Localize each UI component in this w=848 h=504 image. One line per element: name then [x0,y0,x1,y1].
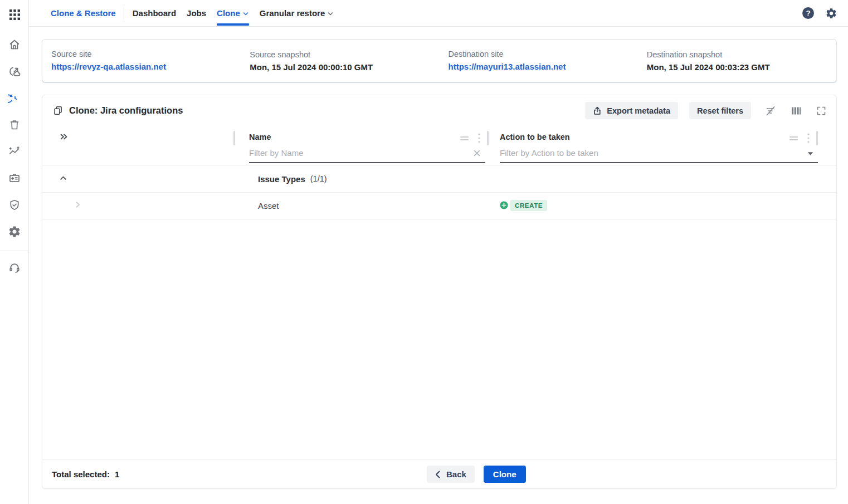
expand-all-button[interactable] [59,131,69,142]
nav-clone-label: Clone [217,8,240,18]
action-badge: CREATE [500,200,547,211]
column-menu-button[interactable] [478,133,480,143]
home-icon [8,38,21,51]
clear-filters-icon-button[interactable] [764,105,777,117]
app-grid-icon [9,9,20,20]
double-chevron-right-icon [59,131,69,142]
destination-site-link[interactable]: https://mayuri13.atlassian.net [449,62,566,71]
action-filter-select[interactable] [500,146,799,158]
top-navigation: Clone & Restore Dashboard Jobs Clone Gra… [29,0,848,27]
chevron-right-icon [73,200,82,209]
kebab-icon [807,133,810,143]
nav-dashboard-label: Dashboard [133,8,176,18]
fullscreen-icon [816,105,827,116]
source-site-link[interactable]: https://revyz-qa.atlassian.net [51,62,166,71]
name-column-header: Name [235,126,489,165]
settings-button[interactable] [825,7,837,19]
nav-clone[interactable]: Clone [217,0,249,27]
kebab-icon [478,133,480,143]
filter-underline [500,162,818,163]
chevron-left-icon [435,471,440,478]
export-metadata-button[interactable]: Export metadata [585,102,678,119]
group-count: (1/1) [310,174,327,183]
export-icon [593,106,602,115]
action-column-label: Action to be taken [500,133,570,141]
columns-icon [790,105,802,117]
backup-restore-icon [8,65,21,78]
nav-dashboard[interactable]: Dashboard [133,0,176,27]
sidebar-item-support[interactable] [8,261,21,275]
destination-site-label: Destination site [449,50,638,58]
expand-row-button[interactable] [73,200,82,209]
sidebar-item-backup-restore[interactable] [8,65,21,78]
chevron-down-icon [327,11,334,17]
topbar-actions: ? [802,7,848,19]
reset-filters-button[interactable]: Reset filters [689,102,751,119]
dropdown-caret-icon[interactable] [807,151,813,156]
chevron-down-icon [242,11,249,17]
page-title: Clone: Jira configurations [69,105,183,116]
nav-jobs-label: Jobs [187,8,206,18]
panel-toolbar: Export metadata Reset filters [585,102,827,119]
nav-jobs[interactable]: Jobs [187,0,206,27]
nav-granular-restore-label: Granular restore [260,8,325,18]
source-site-label: Source site [51,50,241,58]
expand-column-header [50,126,235,165]
clone-panel: Clone: Jira configurations Export metada… [42,95,837,489]
brand-link[interactable]: Clone & Restore [51,8,116,18]
help-glyph: ? [806,9,810,17]
app-switcher-button[interactable] [5,8,24,21]
snapshot-summary-card: Source site https://revyz-qa.atlassian.n… [42,39,837,82]
column-settings-button[interactable] [790,105,802,117]
group-label: Issue Types [258,174,305,184]
table-header: Name Action to b [42,126,836,165]
sidebar-item-home[interactable] [8,38,21,51]
total-selected-label: Total selected: [52,469,110,479]
action-filter [500,146,818,162]
status-badge: CREATE [510,200,547,211]
sidebar-item-license[interactable] [8,172,21,185]
name-filter [249,146,485,162]
panel-title-wrap: Clone: Jira configurations [53,105,183,116]
plus-circle-icon [500,201,508,209]
destination-site-field: Destination site https://mayuri13.atlass… [440,50,638,72]
sidebar-item-settings[interactable] [8,225,21,238]
footer-buttons: Back Clone [427,466,526,483]
trash-icon [8,118,21,131]
fullscreen-button[interactable] [816,105,827,116]
back-button[interactable]: Back [427,466,475,483]
row-name-cell: Asset [235,201,489,211]
nav-granular-restore[interactable]: Granular restore [260,0,334,27]
shield-check-icon [8,198,21,212]
collapse-group-button[interactable] [59,173,68,183]
column-menu-button[interactable] [807,133,810,143]
chevron-up-icon [59,173,68,183]
source-snapshot-value: Mon, 15 Jul 2024 00:00:10 GMT [250,62,439,72]
headset-icon [8,261,21,275]
name-column-label: Name [249,133,271,141]
sidebar-item-security[interactable] [8,198,21,212]
sidebar-item-clone-history[interactable] [8,91,21,105]
export-metadata-label: Export metadata [607,106,670,115]
drag-handle-icon[interactable] [460,136,469,141]
panel-footer: Total selected: 1 Back Clone [42,459,836,488]
clear-filter-button[interactable] [473,149,481,157]
action-column-header: Action to be taken [489,126,818,165]
sidebar-item-analytics[interactable] [8,145,21,158]
total-selected-value: 1 [115,469,119,479]
help-button[interactable]: ? [802,7,814,19]
filter-off-icon [764,105,777,117]
gear-icon [825,7,837,19]
source-snapshot-field: Source snapshot Mon, 15 Jul 2024 00:00:1… [241,50,439,72]
copy-icon [53,105,64,116]
name-filter-input[interactable] [249,146,466,158]
destination-snapshot-field: Destination snapshot Mon, 15 Jul 2024 00… [638,50,836,72]
reset-filters-label: Reset filters [697,106,743,115]
sidebar-item-trash[interactable] [8,118,21,131]
row-action-cell: CREATE [489,200,818,212]
sidebar [0,0,29,504]
sidebar-nav [0,38,29,238]
drag-handle-icon[interactable] [789,136,798,141]
sidebar-divider [0,251,29,251]
clone-button[interactable]: Clone [484,466,526,483]
